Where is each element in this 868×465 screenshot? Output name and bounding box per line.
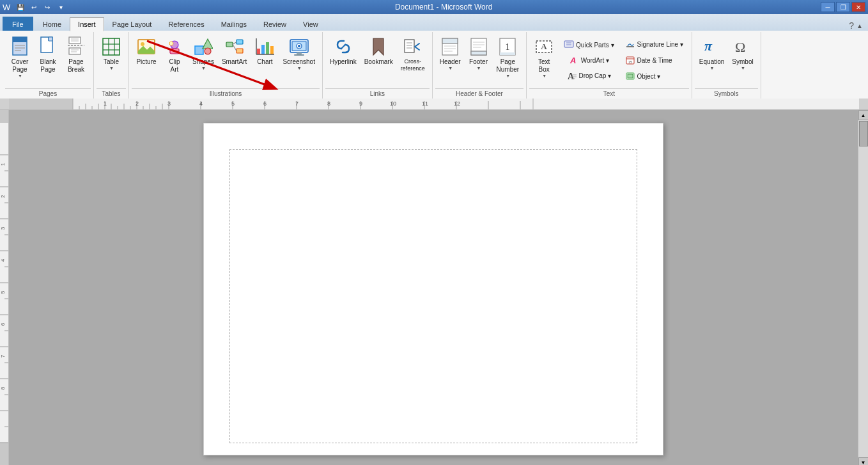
vertical-ruler-svg: 1 2 3 4 5 6 7 8	[0, 110, 9, 465]
tab-references[interactable]: References	[160, 17, 212, 31]
tab-review[interactable]: Review	[255, 17, 295, 31]
svg-rect-28	[226, 42, 233, 47]
symbol-button[interactable]: Ω Symbol ▼	[729, 35, 756, 72]
clip-art-label: ClipArt	[169, 58, 180, 74]
svg-rect-29	[236, 40, 243, 44]
tab-home[interactable]: Home	[35, 17, 70, 31]
horizontal-ruler: 1 2 3 4 5 6 7 8 9 10 11 12	[0, 99, 868, 110]
redo-button[interactable]: ↪	[42, 2, 53, 12]
screenshot-button[interactable]: Screenshot ▼	[279, 35, 318, 72]
blank-page-button[interactable]: BlankPage	[35, 35, 61, 75]
page-number-dropdown-arrow: ▼	[506, 74, 510, 78]
group-header-footer-items: Header ▼ Footer ▼	[435, 32, 523, 87]
scroll-thumb[interactable]	[859, 121, 868, 146]
text-box-button[interactable]: A TextBox ▼	[531, 35, 557, 80]
svg-text:7: 7	[0, 354, 6, 358]
clip-art-button[interactable]: ClipArt	[161, 35, 188, 75]
text-small-group: Quick Parts ▾ A WordArt ▾ A	[559, 35, 619, 86]
tab-view[interactable]: View	[295, 17, 327, 31]
ruler-svg: 1 2 3 4 5 6 7 8 9 10 11 12	[9, 99, 859, 109]
save-quickaccess-button[interactable]: 💾	[15, 2, 26, 12]
screenshot-dropdown-arrow: ▼	[297, 66, 302, 70]
cover-page-button[interactable]: CoverPage ▼	[6, 35, 33, 80]
tab-file[interactable]: File	[3, 17, 33, 31]
chart-icon	[254, 36, 275, 57]
blank-page-icon	[38, 36, 58, 57]
footer-button[interactable]: Footer ▼	[465, 35, 492, 72]
object-button[interactable]: Object ▾	[622, 69, 686, 83]
clip-art-icon	[164, 36, 185, 57]
group-symbols: π Equation ▼ Ω Symbol ▼	[692, 32, 761, 99]
window-title: Document1 - Microsoft Word	[66, 3, 821, 12]
svg-rect-66	[564, 41, 573, 47]
scroll-down-button[interactable]: ▼	[858, 457, 869, 465]
chart-button[interactable]: Chart	[251, 35, 278, 68]
equation-dropdown-arrow: ▼	[710, 66, 715, 70]
smartart-button[interactable]: SmartArt	[219, 35, 250, 68]
ruler-left-side	[0, 99, 9, 109]
date-time-icon: 15	[625, 55, 635, 65]
page-break-button[interactable]: PageBreak	[63, 35, 89, 75]
help-button[interactable]: ?	[849, 20, 854, 31]
svg-text:8: 8	[327, 100, 330, 107]
cross-reference-button[interactable]: Cross-reference	[398, 35, 428, 74]
text-box-dropdown-arrow: ▼	[542, 74, 546, 78]
vertical-scrollbar[interactable]: ▲ ▼	[858, 110, 868, 465]
drop-cap-label: Drop Cap ▾	[579, 72, 612, 79]
tab-insert[interactable]: Insert	[70, 17, 104, 31]
drop-cap-button[interactable]: A Drop Cap ▾	[564, 68, 615, 83]
quick-parts-button[interactable]: Quick Parts ▾	[561, 38, 617, 52]
svg-text:7: 7	[295, 100, 298, 107]
text-group-label: Text	[529, 88, 689, 99]
svg-rect-79	[628, 74, 633, 78]
wordart-button[interactable]: A WordArt ▾	[566, 53, 612, 67]
cover-page-icon	[10, 36, 30, 57]
page-number-button[interactable]: 1 PageNumber ▼	[493, 35, 523, 80]
minimize-button[interactable]: ─	[821, 2, 835, 12]
signature-line-button[interactable]: Signature Line ▾	[622, 37, 686, 51]
ribbon-content: CoverPage ▼ BlankPage	[0, 31, 868, 99]
hyperlink-button[interactable]: Hyperlink	[327, 35, 360, 68]
scroll-up-button[interactable]: ▲	[858, 110, 869, 120]
shapes-button[interactable]: Shapes ▼	[189, 35, 217, 72]
svg-point-27	[205, 48, 211, 54]
scroll-track[interactable]	[858, 120, 869, 457]
svg-text:5: 5	[231, 100, 235, 107]
chart-label: Chart	[257, 58, 272, 66]
ruler-main: 1 2 3 4 5 6 7 8 9 10 11 12	[9, 99, 859, 109]
svg-text:2: 2	[136, 100, 139, 107]
shapes-label: Shapes	[192, 58, 214, 66]
table-dropdown-arrow: ▼	[109, 66, 114, 70]
svg-text:8: 8	[0, 386, 6, 390]
svg-rect-25	[195, 46, 203, 54]
restore-button[interactable]: ❐	[836, 2, 850, 12]
document-area: 1 2 3 4 5 6 7 8 ▲ ▼	[0, 110, 868, 465]
quick-parts-icon	[564, 40, 574, 50]
header-button[interactable]: Header ▼	[437, 35, 464, 72]
footer-label: Footer	[469, 58, 488, 66]
bookmark-icon	[368, 36, 389, 57]
collapse-ribbon-button[interactable]: ▲	[856, 22, 863, 29]
equation-icon: π	[702, 36, 722, 57]
bookmark-button[interactable]: Bookmark	[361, 35, 396, 68]
object-icon	[625, 71, 635, 81]
svg-marker-6	[49, 37, 52, 41]
group-illustrations: Picture ClipArt	[129, 32, 323, 99]
table-button[interactable]: Table ▼	[98, 35, 125, 72]
page-content[interactable]	[229, 149, 637, 443]
cover-page-dropdown-arrow: ▼	[18, 74, 22, 78]
text-right-col: Signature Line ▾ 15 Date & Time	[621, 35, 688, 86]
picture-icon	[136, 36, 157, 57]
picture-button[interactable]: Picture	[133, 35, 160, 68]
close-button[interactable]: ✕	[851, 2, 865, 12]
tab-mailings[interactable]: Mailings	[213, 17, 255, 31]
svg-text:6: 6	[263, 100, 267, 107]
tab-pagelayout[interactable]: Page Layout	[104, 17, 160, 31]
customize-quickaccess-button[interactable]: ▾	[55, 2, 66, 12]
undo-button[interactable]: ↩	[28, 2, 40, 12]
date-time-button[interactable]: 15 Date & Time	[622, 53, 686, 67]
group-tables: Table ▼ Tables	[94, 32, 129, 99]
screenshot-icon	[289, 36, 309, 57]
equation-button[interactable]: π Equation ▼	[696, 35, 727, 72]
signature-line-label: Signature Line ▾	[637, 41, 683, 48]
